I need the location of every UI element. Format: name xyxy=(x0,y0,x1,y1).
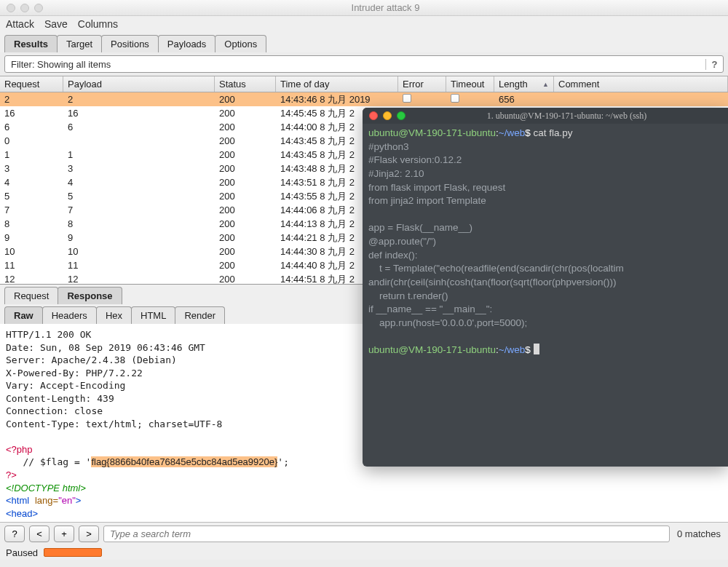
col-comment[interactable]: Comment xyxy=(554,76,728,92)
tab-options[interactable]: Options xyxy=(215,35,266,52)
checkbox-icon xyxy=(403,94,411,103)
terminal-title: 1. ubuntu@VM-190-171-ubuntu: ~/web (ssh) xyxy=(405,111,728,122)
format-tab-headers[interactable]: Headers xyxy=(42,306,97,324)
search-bar: ? < + > 0 matches xyxy=(0,522,728,545)
menu-save[interactable]: Save xyxy=(44,18,68,30)
status-text: Paused xyxy=(6,547,38,558)
search-matches: 0 matches xyxy=(674,528,724,539)
menubar: Attack Save Columns xyxy=(0,16,728,32)
window-titlebar: Intruder attack 9 xyxy=(0,0,728,16)
search-next-button[interactable]: > xyxy=(79,526,99,542)
terminal-body[interactable]: ubuntu@VM-190-171-ubuntu:~/web$ cat fla.… xyxy=(363,124,728,360)
col-payload[interactable]: Payload xyxy=(63,76,215,92)
table-header: Request Payload Status Time of day Error… xyxy=(0,76,728,92)
col-status[interactable]: Status xyxy=(215,76,276,92)
filter-bar[interactable]: Filter: Showing all items ? xyxy=(4,55,724,73)
zoom-icon xyxy=(397,111,405,120)
search-prev-button[interactable]: < xyxy=(29,526,50,542)
format-tab-render[interactable]: Render xyxy=(175,306,225,324)
col-request[interactable]: Request xyxy=(0,76,63,92)
window-title: Intruder attack 9 xyxy=(43,2,728,13)
terminal-traffic-lights[interactable] xyxy=(363,111,405,120)
main-tabs: ResultsTargetPositionsPayloadsOptions xyxy=(0,32,728,52)
tab-results[interactable]: Results xyxy=(4,35,58,52)
col-length[interactable]: Length▲ xyxy=(494,76,554,92)
format-tab-hex[interactable]: Hex xyxy=(96,306,132,324)
format-tab-raw[interactable]: Raw xyxy=(4,306,43,324)
menu-attack[interactable]: Attack xyxy=(6,18,34,30)
menu-columns[interactable]: Columns xyxy=(78,18,118,30)
view-tab-response[interactable]: Response xyxy=(58,287,122,304)
view-tab-request[interactable]: Request xyxy=(4,287,58,304)
traffic-lights xyxy=(0,4,43,12)
search-input[interactable] xyxy=(103,526,670,542)
search-help-button[interactable]: ? xyxy=(4,526,25,542)
col-error[interactable]: Error xyxy=(398,76,446,92)
format-tab-html[interactable]: HTML xyxy=(131,306,175,324)
status-bar: Paused xyxy=(0,545,728,560)
search-plus-button[interactable]: + xyxy=(54,526,74,542)
sort-indicator-icon: ▲ xyxy=(542,81,549,88)
col-time[interactable]: Time of day xyxy=(276,76,398,92)
tab-positions[interactable]: Positions xyxy=(101,35,159,52)
terminal-titlebar: 1. ubuntu@VM-190-171-ubuntu: ~/web (ssh) xyxy=(363,108,728,124)
tab-payloads[interactable]: Payloads xyxy=(158,35,215,52)
minimize-icon xyxy=(383,111,392,120)
terminal-window[interactable]: 1. ubuntu@VM-190-171-ubuntu: ~/web (ssh)… xyxy=(363,108,728,467)
filter-help-icon[interactable]: ? xyxy=(705,59,723,70)
col-timeout[interactable]: Timeout xyxy=(446,76,494,92)
progress-bar xyxy=(44,548,102,557)
close-icon xyxy=(369,111,378,120)
tab-target[interactable]: Target xyxy=(57,35,102,52)
table-row[interactable]: 2220014:43:46 8 九月 2019656 xyxy=(0,92,728,106)
checkbox-icon xyxy=(451,94,459,103)
filter-text: Filter: Showing all items xyxy=(5,59,705,70)
